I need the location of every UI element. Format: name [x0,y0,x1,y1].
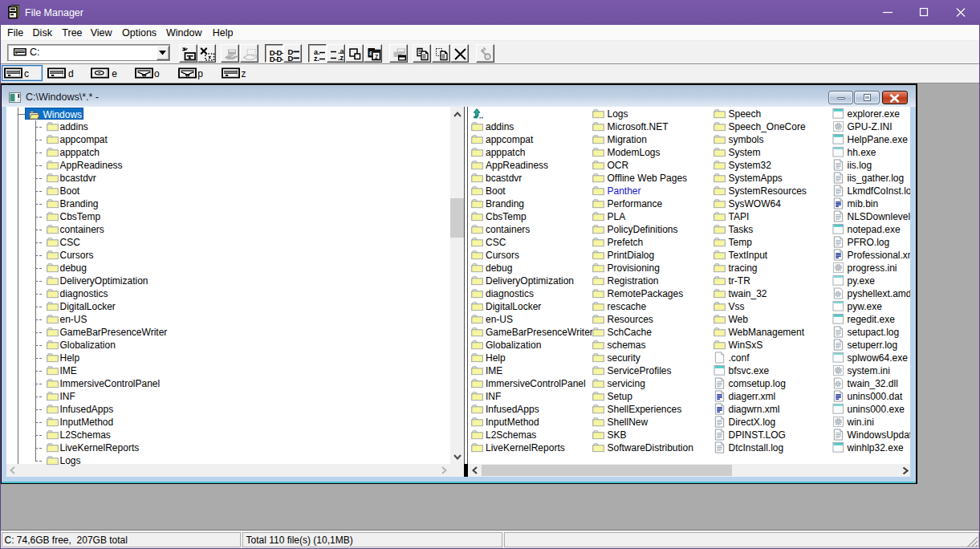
svg-text:.z: .z [338,54,344,62]
svg-text:D: D [288,53,294,62]
svg-text:z.: z. [314,55,319,63]
svg-text:D-D-: D-D- [270,54,283,63]
